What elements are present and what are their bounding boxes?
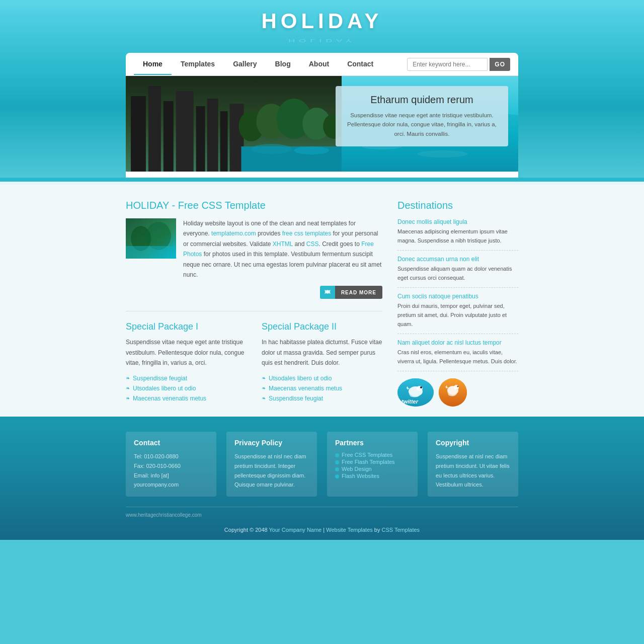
main-column: HOLIDAY - Free CSS Template — [126, 200, 382, 407]
package-1-text: Suspendisse vitae neque eget ante tristi… — [126, 337, 247, 368]
nav-home[interactable]: Home — [134, 54, 172, 75]
footer-copyright-heading: Copyright — [436, 439, 510, 447]
css-link[interactable]: CSS — [306, 240, 319, 248]
dot-icon — [335, 474, 339, 478]
about-content: Holiday website layout is one of the cle… — [126, 218, 382, 280]
side-column: Destinations Donec mollis aliquet ligula… — [397, 200, 518, 407]
hero-text: Suspendisse vitae neque eget ante tristi… — [345, 111, 499, 138]
footer-contact: Contact Tel: 010-020-0880 Fax: 020-010-0… — [126, 432, 216, 497]
dest-2-title[interactable]: Donec accumsan urna non elit — [397, 256, 518, 263]
hero-image: Etharum quidem rerum Suspendisse vitae n… — [126, 76, 518, 172]
destinations: Destinations Donec mollis aliquet ligula… — [397, 200, 518, 407]
hero-text-box: Etharum quidem rerum Suspendisse vitae n… — [336, 86, 508, 146]
svg-rect-4 — [176, 91, 194, 172]
about-text: Holiday website layout is one of the cle… — [183, 218, 382, 280]
footer-copyright-text: Suspendisse at nisl nec diam pretium tin… — [436, 452, 510, 490]
nav-about[interactable]: About — [300, 54, 338, 75]
twitter-icon[interactable]: twitter — [397, 378, 434, 407]
site-title: HOLIDAY — [0, 9, 644, 33]
list-item: Suspendisse feugiat — [262, 393, 382, 404]
nav-search: GO — [407, 58, 510, 71]
css-templates-link[interactable]: free css templates — [282, 230, 331, 237]
partner-link-flash[interactable]: Free Flash Templates — [335, 459, 410, 465]
footer-partners-heading: Partners — [335, 439, 410, 447]
nav-bar: Home Templates Gallery Blog About Contac… — [126, 53, 518, 76]
divider — [126, 311, 382, 311]
dest-item-1: Donec mollis aliquet ligula Maecenas adi… — [397, 218, 518, 251]
footer-bottom: www.heritagechristiancollege.com — [126, 507, 518, 523]
teal-band — [0, 178, 644, 182]
package-1-list: Suspendisse feugiat Utsodales libero ut … — [126, 373, 247, 404]
list-item: Maecenas venenatis metus — [126, 393, 247, 404]
dest-item-3: Cum sociis natoque penatibus Proin dui m… — [397, 293, 518, 334]
search-button[interactable]: GO — [490, 58, 510, 71]
footer: Contact Tel: 010-020-0880 Fax: 020-010-0… — [0, 417, 644, 540]
social-icons: twitter — [397, 378, 518, 407]
footer-copyright-bar: Copyright © 2048 Your Company Name | Web… — [126, 523, 518, 540]
nav-gallery[interactable]: Gallery — [224, 54, 266, 75]
copyright-templates-link[interactable]: Website Templates — [326, 527, 373, 533]
svg-point-16 — [294, 146, 329, 154]
templatemo-link[interactable]: templatemo.com — [211, 230, 256, 237]
package-2-heading: Special Package II — [262, 321, 382, 332]
dest-3-text: Proin dui mauris, tempor eget, pulvinar … — [397, 302, 518, 329]
partner-link-webdesign[interactable]: Web Design — [335, 466, 410, 472]
partner-link-css[interactable]: Free CSS Templates — [335, 452, 410, 458]
copyright-sep2: by — [374, 527, 382, 533]
svg-text:twitter: twitter — [401, 398, 419, 405]
copyright-text: Copyright © 2048 — [224, 527, 269, 533]
svg-point-34 — [457, 386, 459, 387]
copyright-css-link[interactable]: CSS Templates — [382, 527, 420, 533]
dot-icon — [335, 467, 339, 471]
dest-item-4: Nam aliquet dolor ac nisl luctus tempor … — [397, 339, 518, 371]
site-title-reflection: HOLIDAY — [0, 38, 644, 43]
svg-point-15 — [251, 144, 291, 154]
dot-icon — [335, 453, 339, 457]
svg-point-25 — [327, 291, 329, 293]
nav-contact[interactable]: Contact — [338, 54, 382, 75]
dest-3-title[interactable]: Cum sociis natoque penatibus — [397, 293, 518, 300]
svg-rect-3 — [164, 101, 174, 172]
footer-privacy: Privacy Policy Suspendisse at nisl nec d… — [226, 432, 317, 497]
read-more-text[interactable]: READ MORE — [335, 286, 382, 299]
footer-cols: Contact Tel: 010-020-0880 Fax: 020-010-0… — [126, 432, 518, 497]
dot-icon — [335, 460, 339, 464]
svg-rect-24 — [126, 246, 176, 259]
svg-rect-5 — [196, 106, 205, 172]
hero-bottom — [126, 172, 518, 178]
footer-contact-heading: Contact — [134, 439, 208, 447]
rss-icon[interactable] — [439, 378, 467, 407]
read-more-icon — [320, 286, 335, 299]
nav-templates[interactable]: Templates — [172, 54, 224, 75]
svg-point-29 — [420, 386, 422, 388]
footer-privacy-heading: Privacy Policy — [234, 439, 309, 447]
package-2-list: Utsodales libero ut odio Maecenas venena… — [262, 373, 382, 404]
content-inner: HOLIDAY - Free CSS Template — [126, 200, 518, 407]
about-section: HOLIDAY - Free CSS Template — [126, 200, 382, 299]
about-heading: HOLIDAY - Free CSS Template — [126, 200, 382, 211]
list-item: Suspendisse feugiat — [126, 373, 247, 383]
footer-copyright-col: Copyright Suspendisse at nisl nec diam p… — [428, 432, 518, 497]
read-more-btn: READ MORE — [126, 286, 382, 299]
footer-partners: Partners Free CSS Templates Free Flash T… — [327, 432, 418, 497]
package-1-heading: Special Package I — [126, 321, 247, 332]
nav-blog[interactable]: Blog — [266, 54, 300, 75]
hero-city — [126, 76, 342, 172]
package-2: Special Package II In hac habitasse plat… — [262, 321, 382, 403]
package-1: Special Package I Suspendisse vitae nequ… — [126, 321, 247, 403]
svg-rect-2 — [148, 86, 161, 172]
search-input[interactable] — [407, 58, 488, 71]
dest-1-title[interactable]: Donec mollis aliquet ligula — [397, 218, 518, 225]
destinations-heading: Destinations — [397, 200, 518, 211]
list-item: Utsodales libero ut odio — [262, 373, 382, 383]
dest-4-title[interactable]: Nam aliquet dolor ac nisl luctus tempor — [397, 339, 518, 346]
copyright-company-link[interactable]: Your Company Name — [269, 527, 321, 533]
xhtml-link[interactable]: XHTML — [273, 240, 293, 248]
footer-inner: Contact Tel: 010-020-0880 Fax: 020-010-0… — [126, 432, 518, 540]
list-item: Utsodales libero ut odio — [126, 383, 247, 393]
footer-contact-fax: Fax: 020-010-0660 — [134, 461, 208, 471]
about-image — [126, 218, 176, 259]
partner-link-flashweb[interactable]: Flash Websites — [335, 473, 410, 479]
packages: Special Package I Suspendisse vitae nequ… — [126, 321, 382, 403]
dest-item-2: Donec accumsan urna non elit Suspendisse… — [397, 256, 518, 288]
